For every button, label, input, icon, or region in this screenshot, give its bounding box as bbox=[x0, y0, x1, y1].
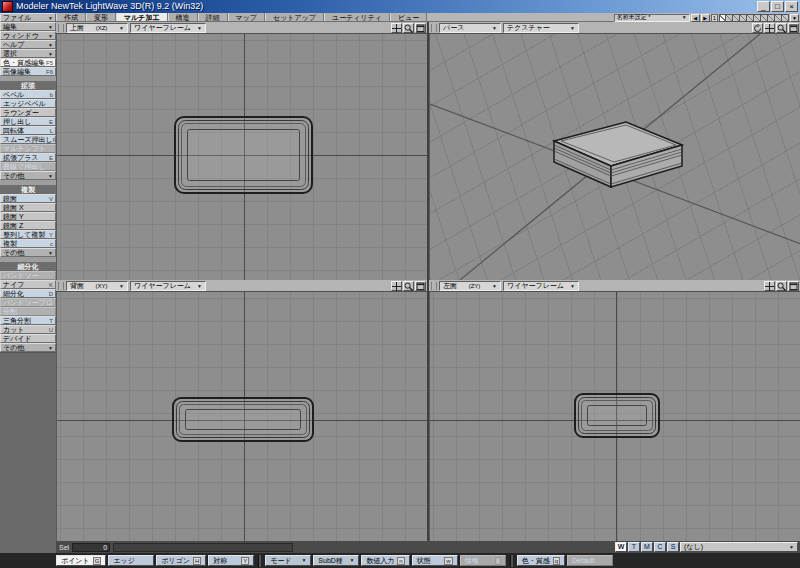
sidebar-item[interactable]: 画像編集F6 bbox=[0, 67, 56, 76]
sidebar-menu-button[interactable]: ウィンドウ▼ bbox=[0, 31, 56, 40]
sidebar-item[interactable]: カットU bbox=[0, 325, 56, 334]
sidebar-item[interactable]: その他▼ bbox=[0, 248, 56, 257]
layer-box[interactable] bbox=[761, 14, 768, 22]
bottom-button[interactable]: 数値入力n bbox=[361, 555, 409, 566]
viewport-maximize-button[interactable] bbox=[415, 23, 426, 33]
bottom-button[interactable]: モード▼ bbox=[265, 555, 311, 566]
menu-tab[interactable]: セットアップ bbox=[265, 13, 324, 21]
sidebar-item[interactable]: デバイド bbox=[0, 334, 56, 343]
viewport-maximize-button[interactable] bbox=[788, 281, 799, 291]
bottom-button[interactable]: 色・質感q bbox=[517, 555, 565, 566]
viewport-zoom-button[interactable] bbox=[776, 281, 787, 291]
layer-box[interactable] bbox=[740, 14, 747, 22]
sidebar-menu-button[interactable]: ヘルプ▼ bbox=[0, 40, 56, 49]
menu-tab[interactable]: 構造 bbox=[168, 13, 198, 21]
drag-grip-icon[interactable] bbox=[58, 282, 64, 290]
sidebar-menu-button[interactable]: 編集▼ bbox=[0, 22, 56, 31]
sidebar-item[interactable]: 鏡面 Z bbox=[0, 221, 56, 230]
layer-box[interactable] bbox=[754, 14, 761, 22]
viewport-left-canvas[interactable] bbox=[429, 292, 800, 541]
layer-next-button[interactable]: ▶ bbox=[701, 14, 710, 22]
bottom-button[interactable]: 状態w bbox=[412, 555, 458, 566]
sidebar-item[interactable]: 鏡面 Y bbox=[0, 212, 56, 221]
bottom-button[interactable]: 対称Y bbox=[208, 555, 254, 566]
viewport-pan-button[interactable] bbox=[764, 281, 775, 291]
vmap-selector[interactable]: (なし) ▼ bbox=[680, 542, 798, 552]
viewport-top-canvas[interactable] bbox=[56, 34, 427, 280]
drag-grip-icon[interactable] bbox=[431, 282, 437, 290]
menu-tab[interactable]: 変形 bbox=[86, 13, 116, 21]
maximize-button[interactable]: □ bbox=[771, 1, 784, 12]
viewport-pan-button[interactable] bbox=[764, 23, 775, 33]
drag-grip-icon[interactable] bbox=[58, 24, 64, 32]
sidebar-item[interactable]: エッジベベル bbox=[0, 99, 56, 108]
bottom-button[interactable]: ポイントG bbox=[56, 555, 106, 566]
menu-tab[interactable]: マップ bbox=[228, 13, 266, 21]
vmap-s-button[interactable]: S bbox=[667, 542, 679, 552]
view-type-dropdown[interactable]: パース ▼ bbox=[439, 23, 501, 33]
sidebar-item[interactable]: 細分化D bbox=[0, 289, 56, 298]
layer-box[interactable] bbox=[747, 14, 754, 22]
minimize-button[interactable]: _ bbox=[757, 1, 770, 12]
viewport-maximize-button[interactable] bbox=[788, 23, 799, 33]
sidebar-item[interactable]: 整列して複製Y bbox=[0, 230, 56, 239]
menu-tab[interactable]: ユーティリティ bbox=[324, 13, 390, 21]
menu-tab[interactable]: 作成 bbox=[56, 13, 86, 21]
bottom-button[interactable]: ポリゴンH bbox=[156, 555, 206, 566]
viewport-zoom-button[interactable] bbox=[403, 281, 414, 291]
view-type-dropdown[interactable]: 左面 (ZY) ▼ bbox=[439, 281, 501, 291]
sidebar-item[interactable]: 複製c bbox=[0, 239, 56, 248]
menu-tab[interactable]: マルチ加工 bbox=[116, 13, 168, 21]
sidebar-item[interactable]: 鏡面 X bbox=[0, 203, 56, 212]
close-button[interactable]: × bbox=[785, 1, 798, 12]
layer-options-button[interactable]: ▼ bbox=[790, 14, 799, 22]
sidebar-menu-button[interactable]: 選択▼ bbox=[0, 49, 56, 58]
viewport-rotate-button[interactable] bbox=[752, 23, 763, 33]
viewport-back-canvas[interactable] bbox=[56, 292, 427, 541]
bottom-toolbar: ポイントGエッジポリゴンH対称Yモード▼SubD種▼数値入力n状態w情報i色・質… bbox=[0, 553, 800, 568]
layer-box[interactable] bbox=[719, 14, 726, 22]
render-mode-dropdown[interactable]: テクスチャー ▼ bbox=[503, 23, 579, 33]
sidebar-item[interactable]: 拡張プラスE bbox=[0, 153, 56, 162]
render-mode-dropdown[interactable]: ワイヤーフレーム ▼ bbox=[130, 281, 206, 291]
sidebar-item[interactable]: ベベルb bbox=[0, 90, 56, 99]
render-mode-dropdown[interactable]: ワイヤーフレーム ▼ bbox=[503, 281, 579, 291]
viewport-pan-button[interactable] bbox=[391, 23, 402, 33]
sidebar-item[interactable]: 三角分割T bbox=[0, 316, 56, 325]
drag-grip-icon[interactable] bbox=[431, 24, 437, 32]
sidebar-item[interactable]: 回転体L bbox=[0, 126, 56, 135]
vmap-w-button[interactable]: W bbox=[615, 542, 627, 552]
sidebar-item[interactable]: 鏡面V bbox=[0, 194, 56, 203]
viewport-zoom-button[interactable] bbox=[403, 23, 414, 33]
sidebar-item[interactable]: その他▼ bbox=[0, 171, 56, 180]
viewport-pan-button[interactable] bbox=[391, 281, 402, 291]
layer-box[interactable] bbox=[726, 14, 733, 22]
sidebar-item[interactable]: スムーズ押出しF bbox=[0, 135, 56, 144]
vmap-c-button[interactable]: C bbox=[654, 542, 666, 552]
menu-tab[interactable]: ビュー bbox=[390, 13, 427, 21]
sidebar-item[interactable]: 押し出しE bbox=[0, 117, 56, 126]
vmap-m-button[interactable]: M bbox=[641, 542, 653, 552]
menu-tab[interactable]: 詳細 bbox=[198, 13, 228, 21]
sidebar-item[interactable]: ナイフK bbox=[0, 280, 56, 289]
sidebar-item[interactable]: その他▼ bbox=[0, 343, 56, 352]
sidebar-item[interactable]: ラウンダー bbox=[0, 108, 56, 117]
object-selector[interactable]: 名称未設定 * ▼ bbox=[614, 14, 690, 22]
sidebar-item[interactable]: 色・質感編集F5 bbox=[0, 58, 56, 67]
bottom-button[interactable]: SubD種▼ bbox=[313, 555, 359, 566]
viewport-perspective-canvas[interactable] bbox=[429, 34, 800, 280]
layer-box[interactable] bbox=[733, 14, 740, 22]
view-type-dropdown[interactable]: 背面 (XY) ▼ bbox=[66, 281, 128, 291]
layer-box[interactable] bbox=[768, 14, 775, 22]
sidebar-menu-button[interactable]: ファイル▼ bbox=[0, 13, 56, 22]
viewport-zoom-button[interactable] bbox=[776, 23, 787, 33]
render-mode-dropdown[interactable]: ワイヤーフレーム ▼ bbox=[130, 23, 206, 33]
bottom-button[interactable]: エッジ bbox=[108, 555, 154, 566]
view-type-dropdown[interactable]: 上面 (XZ) ▼ bbox=[66, 23, 128, 33]
layer-box[interactable] bbox=[775, 14, 782, 22]
viewport-maximize-button[interactable] bbox=[415, 281, 426, 291]
vmap-t-button[interactable]: T bbox=[628, 542, 640, 552]
layer-box[interactable] bbox=[782, 14, 789, 22]
layer-prev-button[interactable]: ◀ bbox=[691, 14, 700, 22]
sidebar-item-label: スムーズ押出し bbox=[3, 136, 53, 144]
